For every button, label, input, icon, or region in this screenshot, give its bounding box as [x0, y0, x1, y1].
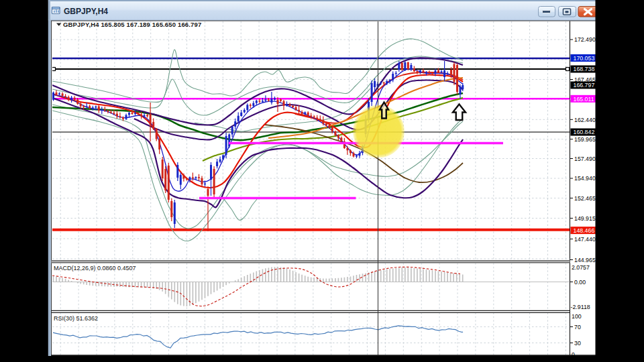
- svg-text:160.842: 160.842: [574, 129, 595, 135]
- svg-text:168.738: 168.738: [574, 66, 595, 72]
- svg-text:100: 100: [572, 313, 582, 320]
- svg-text:2.0757: 2.0757: [572, 264, 590, 271]
- svg-text:GBPJPY,H4: GBPJPY,H4: [64, 7, 108, 16]
- svg-text:152.465: 152.465: [574, 195, 596, 202]
- svg-text:-2.9118: -2.9118: [571, 304, 590, 310]
- svg-text:166.797: 166.797: [574, 82, 595, 88]
- svg-text:162.440: 162.440: [574, 117, 596, 123]
- svg-text:70: 70: [574, 324, 581, 330]
- svg-text:165.011: 165.011: [574, 96, 594, 103]
- svg-text:157.490: 157.490: [574, 156, 596, 162]
- svg-text:30: 30: [574, 340, 581, 347]
- svg-text:159.965: 159.965: [574, 136, 596, 143]
- svg-text:147.440: 147.440: [574, 236, 596, 243]
- svg-text:148.466: 148.466: [574, 227, 595, 234]
- svg-text:GBPJPY,H4 165.805 167.189 165: GBPJPY,H4 165.805 167.189 165.650 166.79…: [63, 21, 201, 28]
- svg-text:RSI(30) 51.6362: RSI(30) 51.6362: [54, 315, 98, 322]
- svg-text:172.490: 172.490: [574, 36, 596, 43]
- svg-text:0.00: 0.00: [574, 279, 586, 286]
- svg-text:170.053: 170.053: [574, 55, 595, 62]
- svg-text:154.940: 154.940: [574, 175, 596, 182]
- svg-text:144.965: 144.965: [574, 257, 596, 263]
- svg-text:149.915: 149.915: [574, 215, 596, 222]
- svg-text:MACD(12,26,9) 0.0860 0.4507: MACD(12,26,9) 0.0860 0.4507: [54, 265, 136, 272]
